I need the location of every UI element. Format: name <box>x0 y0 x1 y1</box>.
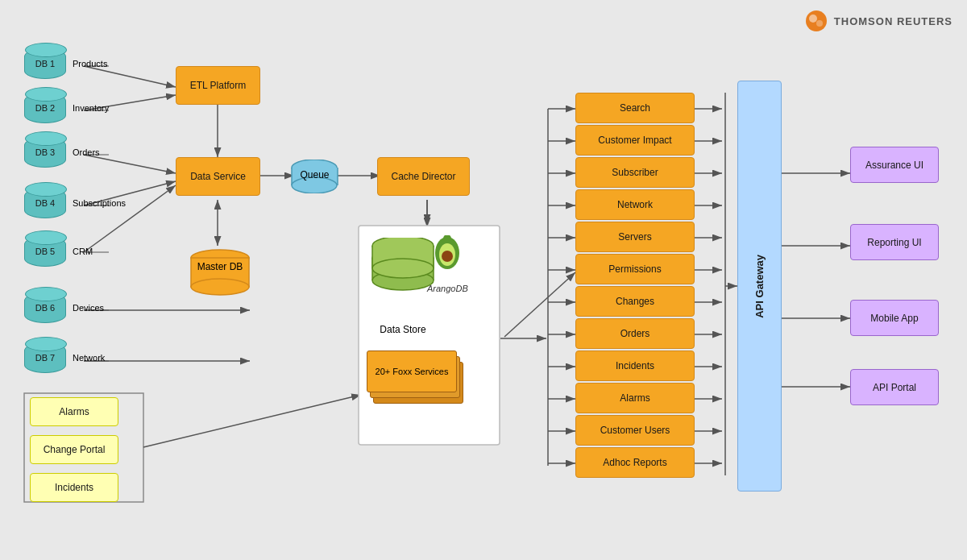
incidents-input: Incidents <box>30 473 118 502</box>
api-gateway-label: API Gateway <box>753 255 766 318</box>
alarms-input: Alarms <box>30 397 118 426</box>
db7-tag: Network <box>73 353 105 363</box>
service-permissions: Permissions <box>575 254 695 284</box>
service-changes: Changes <box>575 286 695 317</box>
db5-tag: CRM <box>73 247 93 256</box>
master-db-node: Master DB <box>188 248 252 299</box>
db7-node: DB 7 <box>24 342 66 373</box>
service-customer-impact: Customer Impact <box>575 125 695 156</box>
db2-node: DB 2 <box>24 93 66 123</box>
db3-tag: Orders <box>73 147 100 157</box>
db6-tag: Devices <box>73 303 104 313</box>
service-servers: Servers <box>575 222 695 252</box>
svg-line-18 <box>143 395 361 447</box>
svg-point-81 <box>442 251 453 262</box>
service-adhoc-reports: Adhoc Reports <box>575 447 695 478</box>
service-alarms: Alarms <box>575 383 695 413</box>
svg-line-7 <box>84 155 176 173</box>
svg-point-1 <box>809 15 817 23</box>
queue-node: Queue <box>288 160 341 196</box>
etl-platform: ETL Platform <box>176 66 260 105</box>
logo-text: THOMSON REUTERS <box>834 15 952 27</box>
db6-node: DB 6 <box>24 292 66 323</box>
arango-logo: ArangoDB <box>427 235 468 293</box>
assurance-ui: Assurance UI <box>850 147 939 183</box>
svg-line-5 <box>84 66 176 87</box>
data-store-label: Data Store <box>367 324 439 335</box>
master-db-label: Master DB <box>188 261 252 272</box>
service-subscriber: Subscriber <box>575 157 695 188</box>
foxx-label: 20+ Foxx Services <box>376 367 449 376</box>
cache-director: Cache Director <box>377 157 470 196</box>
db4-tag: Subscriptions <box>73 198 126 208</box>
db3-node: DB 3 <box>24 137 66 168</box>
data-service: Data Service <box>176 157 260 196</box>
db4-node: DB 4 <box>24 188 66 218</box>
logo: THOMSON REUTERS <box>805 10 952 32</box>
api-portal: API Portal <box>850 369 939 405</box>
db1-node: DB 1 <box>24 48 66 79</box>
svg-point-78 <box>372 259 434 278</box>
service-incidents: Incidents <box>575 351 695 381</box>
svg-line-9 <box>84 185 176 252</box>
api-gateway: API Gateway <box>737 81 782 492</box>
service-orders: Orders <box>575 318 695 349</box>
svg-line-19 <box>504 272 575 337</box>
db5-node: DB 5 <box>24 236 66 267</box>
service-customer-users: Customer Users <box>575 415 695 446</box>
service-network: Network <box>575 189 695 220</box>
queue-label: Queue <box>288 169 341 180</box>
mobile-app: Mobile App <box>850 300 939 336</box>
db2-tag: Inventory <box>73 103 109 113</box>
svg-point-63 <box>191 279 249 295</box>
service-search: Search <box>575 93 695 123</box>
foxx-visual: 20+ Foxx Services <box>367 351 463 411</box>
db1-tag: Products <box>73 59 107 68</box>
reporting-ui: Reporting UI <box>850 224 939 260</box>
change-portal-input: Change Portal <box>30 435 118 464</box>
arango-label: ArangoDB <box>427 284 468 293</box>
svg-point-2 <box>816 20 823 27</box>
